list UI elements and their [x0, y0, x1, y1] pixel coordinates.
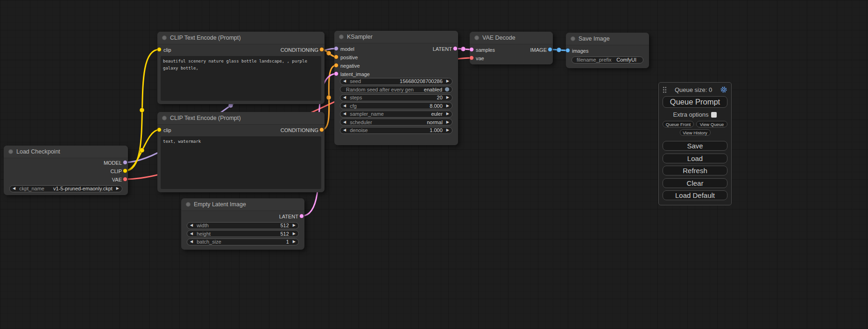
widget-value: enabled: [424, 87, 442, 92]
node-status-dot[interactable]: [162, 35, 167, 40]
queue-front-button[interactable]: Queue Front: [663, 121, 694, 127]
decrement-arrow-icon[interactable]: ◀: [190, 224, 193, 227]
ckpt-name-widget[interactable]: ◀ ckpt_name v1-5-pruned-emaonly.ckpt ▶: [9, 185, 122, 192]
node-load-checkpoint[interactable]: Load Checkpoint MODEL CLIP VAE ◀ ckpt_na…: [4, 146, 128, 195]
node-status-dot[interactable]: [571, 36, 575, 41]
decrement-arrow-icon[interactable]: ◀: [343, 104, 346, 108]
widget-label: steps: [350, 95, 362, 100]
widget-label: seed: [350, 78, 361, 84]
queue-prompt-button[interactable]: Queue Prompt: [663, 96, 727, 108]
output-label-model: MODEL: [104, 160, 122, 166]
node-status-dot[interactable]: [474, 35, 479, 40]
save-button[interactable]: Save: [663, 141, 727, 151]
filename-prefix-widget[interactable]: filename_prefix ComfyUI: [572, 56, 643, 63]
node-title-bar[interactable]: CLIP Text Encode (Prompt): [157, 32, 325, 44]
denoise-widget[interactable]: ◀ denoise 1.000 ▶: [340, 127, 452, 134]
output-label-conditioning: CONDITIONING: [281, 127, 318, 133]
widget-value: 1: [286, 239, 289, 245]
negative-prompt-textarea[interactable]: text, watermark: [161, 136, 321, 189]
increment-arrow-icon[interactable]: ▶: [293, 224, 296, 227]
refresh-button[interactable]: Refresh: [663, 166, 727, 175]
increment-arrow-icon[interactable]: ▶: [446, 79, 449, 83]
decrement-arrow-icon[interactable]: ◀: [190, 232, 193, 236]
decrement-arrow-icon[interactable]: ◀: [343, 96, 346, 99]
decrement-arrow-icon[interactable]: ◀: [13, 187, 15, 190]
node-clip-text-encode-negative[interactable]: CLIP Text Encode (Prompt) clip CONDITION…: [157, 112, 325, 192]
extra-options-checkbox[interactable]: [711, 112, 717, 118]
load-default-button[interactable]: Load Default: [663, 190, 727, 200]
node-vae-decode[interactable]: VAE Decode samples IMAGE vae: [470, 32, 553, 64]
sampler-name-widget[interactable]: ◀ sampler_name euler ▶: [340, 111, 452, 118]
output-label-vae: VAE: [112, 177, 122, 182]
node-title-bar[interactable]: Empty Latent Image: [181, 198, 304, 211]
clear-button[interactable]: Clear: [663, 178, 727, 188]
node-title-bar[interactable]: Save Image: [566, 33, 649, 45]
input-label-clip: clip: [163, 127, 171, 133]
node-save-image[interactable]: Save Image images filename_prefix ComfyU…: [566, 33, 649, 68]
link-dot-positive-conditioning: [326, 51, 331, 56]
node-title-bar[interactable]: Load Checkpoint: [4, 146, 128, 158]
node-ksampler[interactable]: KSampler model LATENT positive negative …: [334, 31, 458, 145]
node-title-label: CLIP Text Encode (Prompt): [170, 35, 241, 41]
node-clip-text-encode-positive[interactable]: CLIP Text Encode (Prompt) clip CONDITION…: [157, 32, 325, 104]
node-title-bar[interactable]: KSampler: [334, 31, 458, 43]
widget-label: ckpt_name: [19, 186, 44, 191]
node-empty-latent-image[interactable]: Empty Latent Image LATENT ◀ width 512 ▶ …: [181, 198, 304, 250]
node-status-dot[interactable]: [339, 35, 344, 39]
output-label-latent: LATENT: [433, 46, 452, 52]
node-title-label: KSampler: [347, 34, 373, 40]
node-status-dot[interactable]: [8, 149, 13, 154]
decrement-arrow-icon[interactable]: ◀: [343, 120, 346, 124]
settings-gear-icon[interactable]: [720, 86, 727, 93]
height-widget[interactable]: ◀ height 512 ▶: [187, 230, 299, 237]
link-dot-negative-conditioning: [326, 95, 331, 100]
decrement-arrow-icon[interactable]: ◀: [343, 112, 346, 116]
increment-arrow-icon[interactable]: ▶: [293, 240, 296, 244]
widget-label: filename_prefix: [577, 57, 612, 63]
decrement-arrow-icon[interactable]: ◀: [343, 79, 346, 83]
node-status-dot[interactable]: [162, 116, 167, 120]
toggle-indicator-dot[interactable]: [445, 87, 449, 91]
increment-arrow-icon[interactable]: ▶: [446, 104, 449, 108]
widget-label: batch_size: [197, 239, 221, 245]
widget-value: normal: [427, 119, 443, 125]
scheduler-widget[interactable]: ◀ scheduler normal ▶: [340, 119, 452, 126]
decrement-arrow-icon[interactable]: ◀: [190, 240, 193, 244]
width-widget[interactable]: ◀ width 512 ▶: [187, 222, 299, 229]
increment-arrow-icon[interactable]: ▶: [293, 232, 296, 236]
widget-label: scheduler: [350, 119, 372, 125]
link-dot-clip-negative: [140, 148, 144, 153]
increment-arrow-icon[interactable]: ▶: [116, 187, 119, 190]
output-label-clip: CLIP: [111, 168, 122, 174]
node-graph-canvas[interactable]: { "colors": { "model": "#B39DDB", "clip"…: [0, 0, 868, 329]
seed-widget[interactable]: ◀ seed 156680208700286 ▶: [340, 78, 452, 85]
random-seed-toggle-widget[interactable]: Random seed after every gen enabled: [340, 86, 452, 93]
widget-label: denoise: [350, 127, 368, 133]
widget-value: v1-5-pruned-emaonly.ckpt: [53, 186, 113, 191]
increment-arrow-icon[interactable]: ▶: [446, 128, 449, 132]
node-title-label: CLIP Text Encode (Prompt): [170, 115, 241, 121]
node-title-bar[interactable]: VAE Decode: [470, 32, 553, 44]
link-dot-clip-positive: [140, 108, 144, 112]
increment-arrow-icon[interactable]: ▶: [446, 112, 449, 116]
steps-widget[interactable]: ◀ steps 20 ▶: [340, 94, 452, 101]
widget-label: sampler_name: [350, 111, 384, 117]
node-title-label: Empty Latent Image: [194, 201, 246, 208]
link-dot-image-to-save: [557, 48, 561, 52]
output-label-conditioning: CONDITIONING: [281, 47, 318, 53]
drag-handle-icon[interactable]: [663, 86, 667, 93]
view-history-button[interactable]: View History: [680, 129, 711, 136]
increment-arrow-icon[interactable]: ▶: [446, 120, 449, 124]
cfg-widget[interactable]: ◀ cfg 8.000 ▶: [340, 102, 452, 109]
load-button[interactable]: Load: [663, 154, 727, 163]
view-queue-button[interactable]: View Queue: [696, 121, 727, 127]
input-label-vae: vae: [476, 56, 484, 61]
link-dot-latent-to-decode: [461, 47, 466, 51]
increment-arrow-icon[interactable]: ▶: [446, 96, 449, 99]
node-status-dot[interactable]: [186, 202, 191, 207]
input-label-samples: samples: [476, 47, 495, 53]
positive-prompt-textarea[interactable]: beautiful scenery nature glass bottle la…: [161, 56, 321, 101]
node-title-bar[interactable]: CLIP Text Encode (Prompt): [157, 112, 325, 125]
decrement-arrow-icon[interactable]: ◀: [343, 128, 346, 132]
batch-size-widget[interactable]: ◀ batch_size 1 ▶: [187, 238, 299, 245]
